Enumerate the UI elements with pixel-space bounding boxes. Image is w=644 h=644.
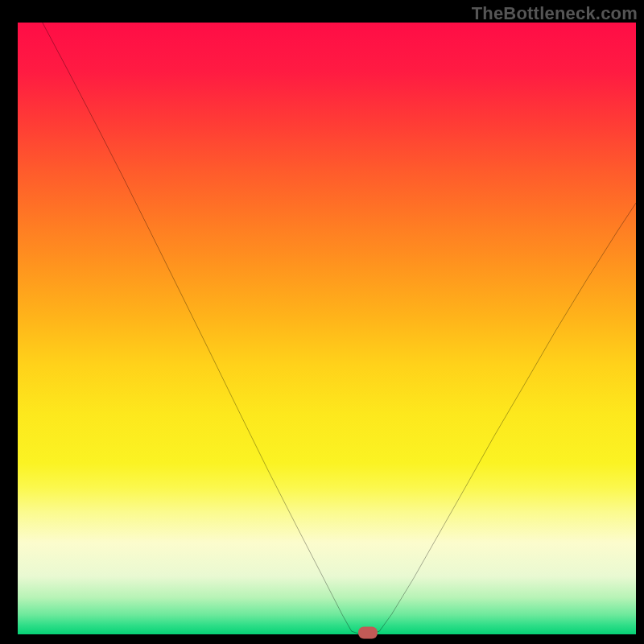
- chart-container: TheBottleneck.com: [0, 0, 644, 644]
- bottleneck-curve: [18, 23, 636, 634]
- plot-area: [18, 23, 636, 634]
- watermark-text: TheBottleneck.com: [472, 3, 638, 24]
- current-point-marker: [358, 627, 378, 639]
